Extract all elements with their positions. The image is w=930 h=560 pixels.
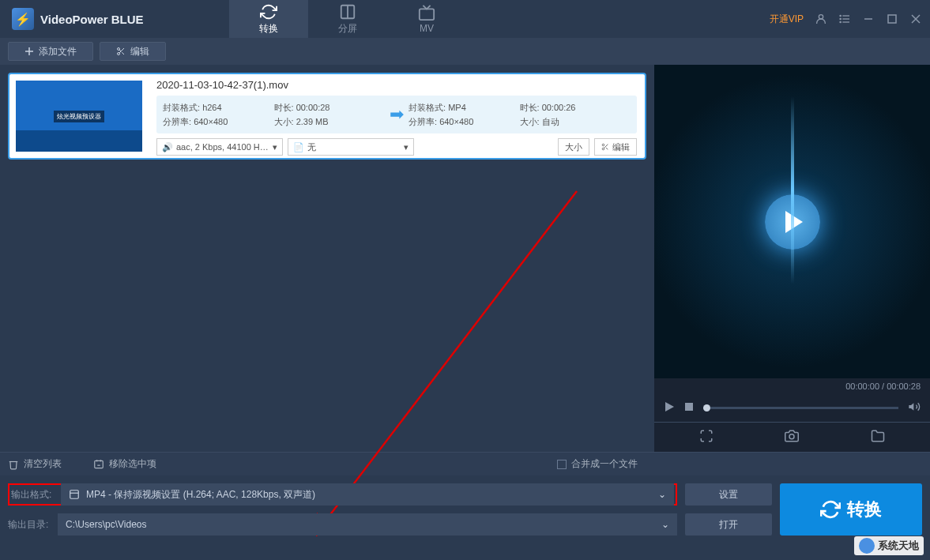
refresh-icon [260, 3, 277, 21]
file-controls: 🔊 aac, 2 Kbps, 44100 Hz... ▾ 📄 无 ▾ 大小 编辑 [156, 138, 637, 156]
audio-icon: 🔊 [162, 142, 173, 152]
preview-area[interactable] [654, 65, 930, 378]
clear-icon [8, 459, 19, 470]
play-icon[interactable] [664, 401, 675, 415]
output-format-label: 输出格式: [11, 488, 55, 502]
file-name: 2020-11-03-10-42-37(1).mov [156, 79, 637, 91]
dst-format-col: 封装格式: MP4 分辨率: 640×480 [409, 100, 520, 129]
chevron-down-icon: ⌄ [658, 489, 666, 500]
time-display: 00:00:00 / 00:00:28 [654, 378, 930, 394]
menu-icon[interactable] [838, 13, 851, 25]
src-format-col: 封装格式: h264 分辨率: 640×480 [163, 100, 274, 129]
vip-button[interactable]: 开通VIP [770, 13, 804, 26]
output-format-select[interactable]: MP4 - 保持源视频设置 (H.264; AAC, 128Kbps, 双声道)… [61, 483, 674, 506]
file-info: 2020-11-03-10-42-37(1).mov 封装格式: h264 分辨… [149, 74, 645, 158]
subtitle-select[interactable]: 📄 无 ▾ [288, 138, 414, 156]
maximize-icon[interactable] [886, 13, 898, 25]
tab-split[interactable]: 分屏 [308, 0, 387, 38]
content-area: 炫光视频预设器 2020-11-03-10-42-37(1).mov 封装格式:… [0, 65, 930, 452]
svg-rect-11 [888, 15, 896, 23]
subtitle-icon: 📄 [293, 142, 304, 152]
tv-icon [418, 4, 435, 21]
watermark-icon [859, 538, 875, 554]
svg-point-8 [840, 18, 841, 19]
output-format-row: 输出格式: MP4 - 保持源视频设置 (H.264; AAC, 128Kbps… [8, 483, 677, 506]
format-icon [69, 489, 80, 500]
size-button[interactable]: 大小 [558, 138, 589, 156]
svg-point-9 [840, 21, 841, 22]
output-settings: 输出格式: MP4 - 保持源视频设置 (H.264; AAC, 128Kbps… [8, 483, 677, 536]
output-dir-label: 输出目录: [8, 518, 51, 532]
svg-rect-2 [420, 9, 434, 20]
folder-icon[interactable] [871, 429, 885, 445]
preview-panel: 00:00:00 / 00:00:28 [654, 65, 930, 452]
svg-rect-35 [70, 490, 79, 499]
svg-line-24 [606, 148, 608, 149]
svg-marker-27 [665, 402, 674, 412]
svg-point-30 [789, 434, 794, 439]
watermark: 系统天地 [854, 536, 924, 555]
remove-icon [93, 459, 104, 470]
src-duration-col: 时长: 00:00:28 大小: 2.39 MB [274, 100, 386, 129]
progress-bar[interactable] [703, 407, 898, 409]
tab-convert[interactable]: 转换 [229, 0, 308, 38]
svg-point-21 [602, 144, 604, 146]
file-list-panel: 炫光视频预设器 2020-11-03-10-42-37(1).mov 封装格式:… [0, 65, 654, 452]
side-buttons: 设置 打开 [685, 483, 772, 536]
camera-icon[interactable] [785, 429, 799, 445]
plus-icon [24, 47, 34, 56]
toolbar: 添加文件 编辑 [0, 38, 930, 65]
output-dir-row: 输出目录: C:\Users\pc\Videos ⌄ [8, 513, 677, 536]
window-controls: 开通VIP [770, 13, 930, 26]
svg-point-16 [118, 48, 120, 51]
minimize-icon[interactable] [862, 13, 875, 25]
svg-line-19 [122, 52, 124, 54]
svg-point-17 [118, 53, 120, 55]
open-button[interactable]: 打开 [685, 513, 772, 536]
light-beam [791, 96, 794, 284]
refresh-icon [820, 499, 841, 520]
chevron-down-icon: ▾ [404, 142, 409, 152]
svg-rect-28 [685, 403, 693, 411]
volume-icon[interactable] [908, 400, 921, 415]
close-icon[interactable] [909, 13, 922, 25]
svg-point-22 [602, 148, 604, 150]
preview-actions [654, 422, 930, 452]
logo-area: ⚡ VideoPower BLUE [0, 8, 229, 30]
svg-marker-29 [909, 403, 913, 410]
app-title: VideoPower BLUE [40, 13, 144, 26]
chevron-down-icon: ⌄ [661, 519, 669, 530]
scissors-icon [601, 143, 609, 151]
file-edit-button[interactable]: 编辑 [594, 138, 637, 156]
file-details: 封装格式: h264 分辨率: 640×480 时长: 00:00:28 大小:… [156, 96, 637, 133]
file-thumbnail: 炫光视频预设器 [16, 81, 142, 152]
svg-point-3 [819, 15, 823, 19]
add-file-button[interactable]: 添加文件 [8, 42, 93, 61]
tab-mv[interactable]: MV [387, 0, 466, 38]
output-dir-field[interactable]: C:\Users\pc\Videos ⌄ [58, 513, 677, 536]
file-item[interactable]: 炫光视频预设器 2020-11-03-10-42-37(1).mov 封装格式:… [8, 73, 646, 160]
bottom-area: 输出格式: MP4 - 保持源视频设置 (H.264; AAC, 128Kbps… [0, 475, 930, 543]
titlebar: ⚡ VideoPower BLUE 转换 分屏 MV 开通VIP [0, 0, 930, 38]
convert-button[interactable]: 转换 [780, 483, 922, 536]
clear-list-button[interactable]: 清空列表 [8, 457, 62, 471]
audio-select[interactable]: 🔊 aac, 2 Kbps, 44100 Hz... ▾ [156, 138, 283, 156]
svg-rect-31 [95, 460, 104, 468]
scissors-icon [116, 47, 126, 56]
layout-icon [339, 3, 356, 21]
list-toolbar: 清空列表 移除选中项 合并成一个文件 [0, 452, 930, 475]
user-icon[interactable] [815, 13, 827, 25]
main-tabs: 转换 分屏 MV [229, 0, 466, 38]
merge-checkbox[interactable]: 合并成一个文件 [557, 457, 638, 471]
remove-selected-button[interactable]: 移除选中项 [93, 457, 156, 471]
dst-duration-col: 时长: 00:00:26 大小: 自动 [520, 100, 631, 129]
edit-button[interactable]: 编辑 [100, 42, 166, 61]
stop-icon[interactable] [684, 402, 694, 414]
app-logo-icon: ⚡ [12, 8, 34, 30]
settings-button[interactable]: 设置 [685, 483, 772, 506]
fullscreen-icon[interactable] [699, 429, 714, 445]
player-controls [654, 394, 930, 422]
chevron-down-icon: ▾ [273, 142, 277, 152]
svg-line-20 [119, 50, 121, 51]
arrow-right-icon: ➡ [385, 104, 409, 125]
